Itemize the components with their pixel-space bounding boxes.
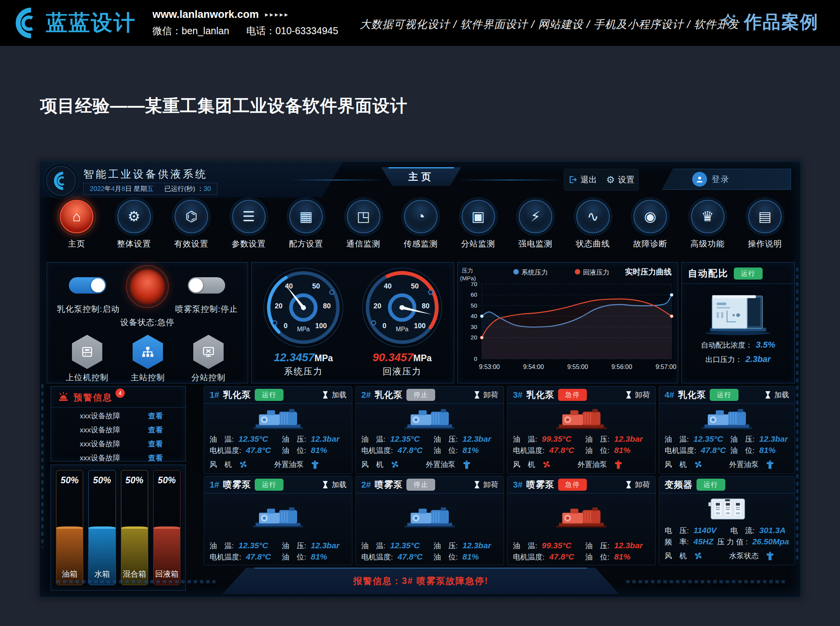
system-pressure-gauge: 020405080100MPa 12.3457MPa 系统压力 [255,266,352,379]
settings-button[interactable]: 设置 [606,174,634,185]
exit-button[interactable]: 退出 [568,174,597,185]
menu-item-5[interactable]: 配方设置 [278,199,334,261]
external-pump-icon [765,460,775,470]
tab-home[interactable]: 主页 [381,167,461,186]
gear-icon [606,174,615,185]
card-stats: 油 温:12.35°C油 压:12.3bar电机温度:47.8°C油 位:81% [659,433,794,458]
stat-value: 47.8°C [246,446,271,455]
legend-item[interactable]: 回液压力 [583,269,609,276]
pump-machine-image [401,406,459,430]
menu-item-9[interactable]: 强电监测 [508,199,563,261]
load-status: 卸荷 [474,480,498,490]
stat-cell: 电机温度:47.8°C [210,552,282,562]
tank-fill-surface [154,526,180,529]
stat-row: 电机温度:47.8°C油 位:81% [513,446,650,456]
substation-control-button[interactable] [193,335,224,369]
tank-percent: 50% [121,475,148,486]
footer-item: 风 机 [665,551,704,561]
menu-item-3[interactable]: 有效设置 [164,199,219,261]
svg-text:0: 0 [474,355,477,362]
warning-text: xxx设备故障 [80,411,121,421]
stat-cell: 油 位:81% [282,552,346,562]
stat-cell: 频 率:45HZ [665,537,717,547]
warning-row: xxx设备故障查看 [51,409,186,423]
menu-item-13[interactable]: 操作说明 [737,199,793,261]
card-title: 乳化泵 [678,389,706,401]
card-header: 变频器运行 [659,476,794,493]
pump-valve-wrap [462,460,472,470]
master-station-icon [141,345,154,358]
load-label: 加载 [774,390,789,400]
fan-wrap [238,459,248,470]
gauge-label: 系统压力 [255,365,352,378]
menu-item-8[interactable]: 分站监测 [451,199,506,261]
inverter-machine-image [698,497,756,521]
view-link[interactable]: 查看 [148,411,163,421]
menu-item-2[interactable]: 整体设置 [107,199,162,261]
pump-machine-image [698,406,756,430]
menu-item-12[interactable]: 高级功能 [680,199,735,261]
card-title: 喷雾泵 [223,479,251,491]
status-badge: 运行 [734,268,763,280]
manual-icon [749,201,781,233]
menu-item-10[interactable]: 状态曲线 [565,199,621,261]
site-url[interactable]: www.lanlanwork.com [152,9,259,21]
runtime-display: 已运行(秒) ：30 [164,184,211,193]
master-control-button[interactable] [133,335,163,369]
login-button[interactable]: 登录 [662,169,791,190]
pump-valve-wrap [765,460,775,470]
tank-fill-surface [121,526,148,529]
menu-ring [60,200,93,233]
host-control-button[interactable] [72,335,102,369]
card-stats: 油 温:99.35°C油 压:12.3bar电机温度:47.8°C油 位:81% [508,433,655,458]
hourglass-icon [322,391,328,399]
date-segment: 五 [147,185,154,192]
view-link[interactable]: 查看 [148,425,163,435]
stat-value: 12.3bar [462,541,491,550]
hourglass-icon [765,391,771,399]
menu-item-7[interactable]: 传感监测 [393,199,448,261]
view-link[interactable]: 查看 [148,439,163,449]
stat-key: 油 位: [585,552,609,562]
logout-icon [568,175,578,184]
portfolio-link[interactable]: 作品案例 [718,10,819,34]
menu-item-6[interactable]: 通信监测 [336,199,391,261]
date-segment: 日 星期 [125,185,147,192]
svg-text:9:55:00: 9:55:00 [567,364,588,370]
monitor-icon [462,201,494,233]
footer-key: 外置油泵 [426,460,455,470]
card-header: 1#喷雾泵运行加载 [204,476,352,493]
equipment-card-2#乳化泵: 2#乳化泵停止卸荷油 温:12.35°C油 压:12.3bar电机温度:47.8… [355,386,504,474]
stat-value: 12.3bar [759,434,788,444]
master-control-label: 主站控制 [119,372,177,383]
emulsion-pump-toggle[interactable] [69,277,106,294]
stat-value: 12.35°C [238,434,268,444]
menu-item-label: 整体设置 [107,238,162,249]
menu-ring [232,200,266,233]
stat-key: 油 位: [730,446,754,456]
toggle-knob [91,278,105,292]
legend-item[interactable]: 系统压力 [522,269,548,276]
spray-pump-toggle[interactable] [188,277,225,294]
alarm-bar: 报警信息：3# 喷雾泵故障急停! [222,568,619,594]
menu-item-label: 有效设置 [164,238,219,249]
site-logo[interactable]: 蓝蓝设计 [13,7,136,39]
header-actions: 退出 设置 [564,169,639,191]
menu-item-1[interactable]: 主页 [49,199,104,261]
stat-cell: 油 温:12.35°C [665,434,730,444]
menu-item-label: 故障诊断 [623,238,678,249]
stat-key: 压 力 值 : [717,537,747,547]
card-number: 3# [513,390,522,400]
ratio-machine-image [701,286,775,336]
stat-value: 47.8°C [397,552,422,561]
fan-wrap [693,459,704,470]
stat-cell: 油 压:12.3bar [282,541,346,551]
menu-item-11[interactable]: 故障诊断 [623,199,678,261]
estop-button[interactable] [130,269,165,304]
view-link[interactable]: 查看 [148,453,163,463]
menu-item-4[interactable]: 参数设置 [221,199,276,261]
menu-item-label: 参数设置 [221,238,276,249]
svg-text:20: 20 [275,302,282,310]
status-badge: 急停 [558,479,587,491]
gauge-dial-svg: 020405080100MPa [361,266,443,349]
